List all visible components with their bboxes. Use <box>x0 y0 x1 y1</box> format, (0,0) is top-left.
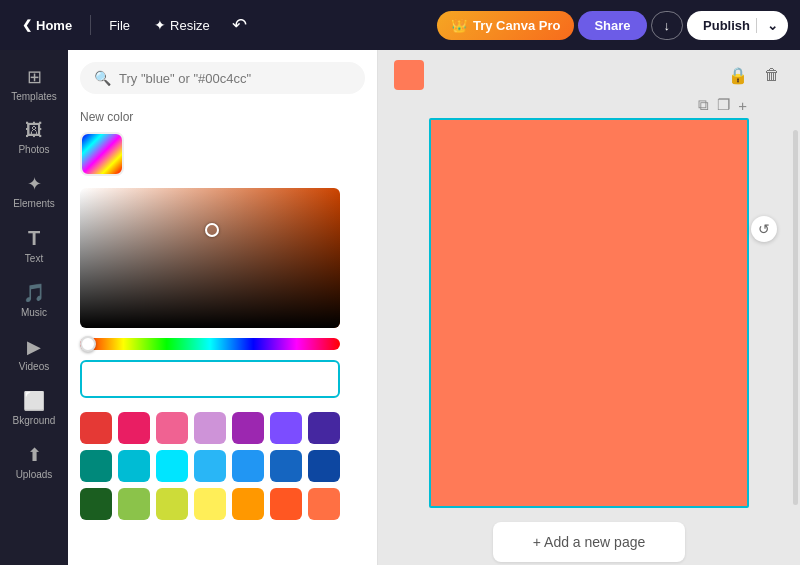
hue-slider[interactable] <box>80 338 340 350</box>
text-icon: T <box>28 227 40 250</box>
copy-icon[interactable]: ⧉ <box>698 96 709 114</box>
download-icon: ↓ <box>664 18 671 33</box>
download-button[interactable]: ↓ <box>651 11 684 40</box>
sidebar-item-text[interactable]: T Text <box>5 219 63 272</box>
undo-button[interactable]: ↶ <box>224 10 255 40</box>
templates-icon: ⊞ <box>27 66 42 88</box>
scrollbar <box>793 130 798 505</box>
swatch-swatches-row3-1[interactable] <box>118 488 150 520</box>
videos-icon: ▶ <box>27 336 41 358</box>
swatch-swatches-row3-2[interactable] <box>156 488 188 520</box>
swatch-swatches-row1-3[interactable] <box>194 412 226 444</box>
canvas-toolbar: ⧉ ❐ + <box>429 96 749 114</box>
sidebar-item-templates[interactable]: ⊞ Templates <box>5 58 63 110</box>
swatches-row1 <box>80 412 340 444</box>
swatch-swatches-row3-5[interactable] <box>270 488 302 520</box>
new-color-label: New color <box>80 110 365 124</box>
lock-icon[interactable]: 🔒 <box>724 62 752 89</box>
sidebar-item-elements[interactable]: ✦ Elements <box>5 165 63 217</box>
swatch-swatches-row2-3[interactable] <box>194 450 226 482</box>
search-icon: 🔍 <box>94 70 111 86</box>
file-button[interactable]: File <box>99 12 140 39</box>
hex-input[interactable]: #ff7a57 <box>80 360 340 398</box>
resize-button[interactable]: ✦ Resize <box>144 11 220 39</box>
elements-icon: ✦ <box>27 173 42 195</box>
swatch-swatches-row3-0[interactable] <box>80 488 112 520</box>
top-navigation: ❮ Home File ✦ Resize ↶ 👑 Try Canva Pro S… <box>0 0 800 50</box>
color-preview-swatch[interactable] <box>80 132 124 176</box>
hex-input-wrap: #ff7a57 <box>80 360 340 398</box>
publish-button[interactable]: Publish ⌄ <box>687 11 788 40</box>
swatch-swatches-row2-1[interactable] <box>118 450 150 482</box>
share-button[interactable]: Share <box>578 11 646 40</box>
swatches-row3 <box>80 488 340 520</box>
sidebar-item-music[interactable]: 🎵 Music <box>5 274 63 326</box>
music-icon: 🎵 <box>23 282 45 304</box>
publish-arrow-icon[interactable]: ⌄ <box>756 18 788 33</box>
swatch-swatches-row1-2[interactable] <box>156 412 188 444</box>
crown-icon: 👑 <box>451 18 467 33</box>
picker-handle[interactable] <box>205 223 219 237</box>
design-canvas[interactable] <box>429 118 749 508</box>
left-sidebar: ⊞ Templates 🖼 Photos ✦ Elements T Text 🎵… <box>0 50 68 565</box>
canvas-color-swatch[interactable] <box>394 60 424 90</box>
background-icon: ⬜ <box>23 390 45 412</box>
swatch-swatches-row1-4[interactable] <box>232 412 264 444</box>
add-icon[interactable]: + <box>738 96 747 114</box>
main-layout: ⊞ Templates 🖼 Photos ✦ Elements T Text 🎵… <box>0 50 800 565</box>
swatch-swatches-row2-4[interactable] <box>232 450 264 482</box>
swatch-swatches-row1-6[interactable] <box>308 412 340 444</box>
canvas-area: 🔒 🗑 ⧉ ❐ + ↺ + Add a new page <box>378 50 800 565</box>
color-search-input[interactable] <box>119 71 351 86</box>
gradient-dark <box>80 188 340 328</box>
photos-icon: 🖼 <box>25 120 43 141</box>
swatch-swatches-row2-5[interactable] <box>270 450 302 482</box>
sidebar-item-videos[interactable]: ▶ Videos <box>5 328 63 380</box>
canvas-wrapper: ⧉ ❐ + ↺ <box>429 96 749 508</box>
sidebar-item-uploads[interactable]: ⬆ Uploads <box>5 436 63 488</box>
home-button[interactable]: ❮ Home <box>12 12 82 39</box>
swatch-swatches-row2-6[interactable] <box>308 450 340 482</box>
add-new-page-button[interactable]: + Add a new page <box>493 522 686 562</box>
swatch-swatches-row2-0[interactable] <box>80 450 112 482</box>
delete-icon[interactable]: 🗑 <box>760 62 784 88</box>
sidebar-item-photos[interactable]: 🖼 Photos <box>5 112 63 163</box>
nav-divider <box>90 15 91 35</box>
duplicate-icon[interactable]: ❐ <box>717 96 730 114</box>
hue-slider-wrap <box>80 338 365 350</box>
swatch-swatches-row1-0[interactable] <box>80 412 112 444</box>
swatches-row2 <box>80 450 340 482</box>
swatch-swatches-row1-1[interactable] <box>118 412 150 444</box>
swatch-swatches-row1-5[interactable] <box>270 412 302 444</box>
swatch-swatches-row2-2[interactable] <box>156 450 188 482</box>
color-panel: 🔍 New color #ff7a57 <box>68 50 378 565</box>
hue-handle[interactable] <box>80 336 96 352</box>
canvas-top-icons: 🔒 🗑 <box>724 62 784 89</box>
gradient-picker[interactable] <box>80 188 340 328</box>
swatch-swatches-row3-6[interactable] <box>308 488 340 520</box>
canvas-top-bar: 🔒 🗑 <box>388 60 790 90</box>
refresh-icon[interactable]: ↺ <box>751 216 777 242</box>
uploads-icon: ⬆ <box>27 444 42 466</box>
swatch-swatches-row3-3[interactable] <box>194 488 226 520</box>
sidebar-item-background[interactable]: ⬜ Bkground <box>5 382 63 434</box>
swatch-swatches-row3-4[interactable] <box>232 488 264 520</box>
try-pro-button[interactable]: 👑 Try Canva Pro <box>437 11 574 40</box>
color-search-bar[interactable]: 🔍 <box>80 62 365 94</box>
